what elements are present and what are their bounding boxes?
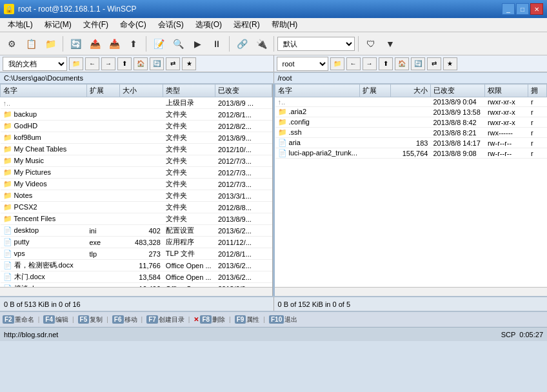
tb-btn-8[interactable]: 📝 xyxy=(150,35,168,53)
right-table-row[interactable]: 📄 aria 183 2013/8/8 14:17 rw-r--r-- r xyxy=(275,138,547,148)
right-browse-btn[interactable]: 📁 xyxy=(330,57,344,70)
left-table-row[interactable]: 📄 vps tlp 273 TLP 文件 2012/8/1... xyxy=(1,248,272,260)
tb-btn-11[interactable]: ⏸ xyxy=(208,35,226,53)
left-home-btn[interactable]: 🏠 xyxy=(134,57,148,70)
close-button[interactable]: ✕ xyxy=(530,3,543,15)
right-back-btn[interactable]: ← xyxy=(346,57,361,70)
left-cell-type: 文件夹 xyxy=(163,179,215,190)
right-table-row[interactable]: ↑.. 2013/8/9 0:04 rwxr-xr-x r xyxy=(275,97,547,107)
right-cell-perm: rw-r--r-- xyxy=(485,138,528,148)
left-cell-name: 📁 My Music xyxy=(1,155,87,167)
toolbar-separator-2 xyxy=(146,36,146,52)
right-refresh-btn[interactable]: 🔄 xyxy=(411,57,425,70)
right-table-row[interactable]: 📁 .config 2013/8/8 8:42 rwxr-xr-x r xyxy=(275,117,547,128)
fkey-f2[interactable]: F2 重命名 xyxy=(3,315,34,324)
left-table-row[interactable]: 📁 backup 文件夹 2012/8/1... xyxy=(1,109,272,121)
tb-btn-10[interactable]: ▶ xyxy=(188,35,206,53)
left-table-row[interactable]: ↑.. 上级目录 2013/8/9 ... xyxy=(1,97,272,109)
menu-help[interactable]: 帮助(H) xyxy=(266,18,303,32)
tb-btn-9[interactable]: 🔍 xyxy=(169,35,187,53)
right-col-size[interactable]: 大小 xyxy=(390,84,430,97)
minimize-button[interactable]: _ xyxy=(502,3,515,15)
fkey-f8[interactable]: ✕F8 删除 xyxy=(194,315,225,324)
left-table-row[interactable]: 📁 Tencent Files 文件夹 2013/8/9... xyxy=(1,213,272,225)
right-drive-combo[interactable]: root xyxy=(277,57,328,71)
tb-btn-4[interactable]: 🔄 xyxy=(66,35,85,53)
window-controls[interactable]: _ □ ✕ xyxy=(502,3,543,15)
right-table-row[interactable]: 📁 .ssh 2013/8/8 8:21 rwx------ r xyxy=(275,128,547,138)
left-col-ext[interactable]: 扩展 xyxy=(86,84,120,97)
tb-btn-12[interactable]: 🔗 xyxy=(233,35,251,53)
right-table-row[interactable]: 📁 .aria2 2013/8/9 13:58 rwxr-xr-x r xyxy=(275,107,547,117)
tb-btn-dropdown[interactable]: ▼ xyxy=(381,35,399,53)
menu-file[interactable]: 文件(F) xyxy=(78,18,114,32)
left-table-row[interactable]: 📄 木门.docx 13,584 Office Open ... 2013/6/… xyxy=(1,271,272,283)
fkey-f7[interactable]: F7 创建目录 xyxy=(146,315,184,324)
right-bookmarks-btn[interactable]: ★ xyxy=(443,57,457,70)
tb-btn-14[interactable]: 🛡 xyxy=(362,35,380,53)
fkey-f10[interactable]: F10 退出 xyxy=(269,315,297,324)
left-table-row[interactable]: 📁 GodHD 文件夹 2012/8/2... xyxy=(1,121,272,132)
fkey-f5[interactable]: F5 复制 xyxy=(78,315,103,324)
right-table-row[interactable]: 📄 luci-app-aria2_trunk... 155,764 2013/8… xyxy=(275,148,547,159)
tb-btn-13[interactable]: 🔌 xyxy=(252,35,270,53)
menu-local[interactable]: 本地(L) xyxy=(3,18,38,32)
left-bookmarks-btn[interactable]: ★ xyxy=(182,57,196,70)
right-home-btn[interactable]: 🏠 xyxy=(395,57,409,70)
tb-btn-7[interactable]: ⬆ xyxy=(124,35,143,53)
left-cell-type: 配置设置 xyxy=(163,225,215,237)
right-col-name[interactable]: 名字 xyxy=(275,84,360,97)
tb-btn-5[interactable]: 📤 xyxy=(86,35,104,53)
left-col-size[interactable]: 大小 xyxy=(120,84,163,97)
right-forward-btn[interactable]: → xyxy=(363,57,377,70)
left-table-row[interactable]: 📄 desktop ini 402 配置设置 2013/6/2... xyxy=(1,225,272,237)
sync-combo[interactable]: 默认 xyxy=(277,37,355,51)
left-sync-btn[interactable]: ⇄ xyxy=(166,57,180,70)
menu-command[interactable]: 命令(C) xyxy=(115,18,152,32)
left-col-modified[interactable]: 已改变 xyxy=(215,84,272,97)
right-hscroll[interactable] xyxy=(275,287,547,296)
left-table-row[interactable]: 📁 Notes 文件夹 2013/3/1... xyxy=(1,190,272,202)
left-table-row[interactable]: 📁 My Videos 文件夹 2012/7/3... xyxy=(1,179,272,190)
left-cell-modified: 2013/6/2... xyxy=(215,260,272,271)
left-forward-btn[interactable]: → xyxy=(101,57,115,70)
left-browse-btn[interactable]: 📁 xyxy=(69,57,83,70)
right-col-perm[interactable]: 权限 xyxy=(485,84,528,97)
left-up-btn[interactable]: ⬆ xyxy=(117,57,132,70)
left-back-btn[interactable]: ← xyxy=(85,57,99,70)
left-cell-type: Office Open ... xyxy=(163,260,215,271)
maximize-button[interactable]: □ xyxy=(516,3,529,15)
right-col-modified[interactable]: 已改变 xyxy=(430,84,484,97)
menu-options[interactable]: 选项(O) xyxy=(190,18,227,32)
left-table-row[interactable]: 📁 PCSX2 文件夹 2012/8/8... xyxy=(1,202,272,213)
fkey-bar: F2 重命名 | F4 编辑 | F5 复制 | F6 移动 | F7 创建目录… xyxy=(0,311,547,327)
right-col-ext[interactable]: 扩展 xyxy=(360,84,390,97)
left-cell-type: TLP 文件 xyxy=(163,248,215,260)
right-col-owner[interactable]: 拥 xyxy=(528,84,547,97)
left-table-row[interactable]: 📄 看，检测密碼.docx 11,766 Office Open ... 201… xyxy=(1,260,272,271)
left-drive-combo[interactable]: 我的文档 xyxy=(3,57,67,71)
menu-mark[interactable]: 标记(M) xyxy=(39,18,77,32)
left-table-row[interactable]: 📄 putty exe 483,328 应用程序 2011/12/... xyxy=(1,237,272,248)
left-hscroll[interactable] xyxy=(0,287,272,296)
menu-remote[interactable]: 远程(R) xyxy=(228,18,265,32)
tb-btn-6[interactable]: 📥 xyxy=(105,35,123,53)
right-sync-btn[interactable]: ⇄ xyxy=(427,57,441,70)
right-cell-ext xyxy=(360,107,390,117)
left-table-row[interactable]: 📁 kof98um 文件夹 2013/8/9... xyxy=(1,132,272,144)
fkey-f4[interactable]: F4 编辑 xyxy=(43,315,68,324)
tb-btn-2[interactable]: 📋 xyxy=(22,35,40,53)
fkey-f6[interactable]: F6 移动 xyxy=(112,315,137,324)
left-cell-type: Office Open ... xyxy=(163,271,215,283)
fkey-f9[interactable]: F9 属性 xyxy=(235,315,260,324)
tb-btn-3[interactable]: 📁 xyxy=(41,35,59,53)
left-table-row[interactable]: 📁 My Music 文件夹 2012/7/3... xyxy=(1,155,272,167)
left-col-type[interactable]: 类型 xyxy=(163,84,215,97)
right-up-btn[interactable]: ⬆ xyxy=(379,57,393,70)
tb-btn-1[interactable]: ⚙ xyxy=(3,35,21,53)
left-col-name[interactable]: 名字 xyxy=(1,84,87,97)
left-refresh-btn[interactable]: 🔄 xyxy=(150,57,164,70)
left-table-row[interactable]: 📁 My Cheat Tables 文件夹 2012/10/... xyxy=(1,144,272,155)
left-table-row[interactable]: 📁 My Pictures 文件夹 2012/7/3... xyxy=(1,167,272,179)
menu-session[interactable]: 会话(S) xyxy=(153,18,189,32)
